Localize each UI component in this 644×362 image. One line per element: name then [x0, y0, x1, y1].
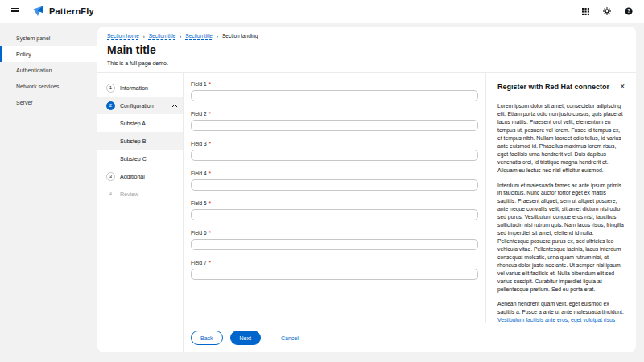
required-asterisk: * [209, 200, 212, 206]
required-asterisk: * [209, 230, 212, 236]
wizard-step-information[interactable]: 1 Information [97, 79, 183, 97]
sidebar-item-system-panel[interactable]: System panel [0, 30, 97, 46]
drawer-body: Lorem ipsum dolor sit amet, consectetur … [497, 102, 625, 323]
field-1-input[interactable] [191, 90, 478, 101]
drawer-title: Register with Red Hat connector [497, 83, 609, 92]
svg-text:?: ? [627, 8, 630, 14]
wizard-step-review: 4 Review [97, 185, 183, 203]
back-button[interactable]: Back [191, 331, 223, 345]
help-question-icon[interactable]: ? [623, 6, 634, 17]
wizard-body: Field 1* Field 2* Field 3* [184, 73, 636, 323]
masthead-utilities: ? [580, 6, 634, 17]
breadcrumb-separator-icon: › [180, 34, 181, 39]
field-4-input[interactable] [191, 179, 478, 191]
drawer-paragraph-3: Aenean hendrerit quam velit, eget euismo… [497, 300, 625, 323]
breadcrumb-separator-icon: › [217, 34, 218, 39]
form-group-field-1: Field 1* [191, 81, 478, 101]
cancel-button[interactable]: Cancel [276, 331, 303, 344]
sidebar-nav: System panel Policy Authentication Netwo… [0, 23, 97, 362]
wizard-footer: Back Next Cancel [184, 323, 636, 352]
field-6-input[interactable] [191, 239, 478, 250]
brand[interactable]: PatternFly [32, 6, 94, 17]
field-2-label: Field 2* [191, 111, 478, 117]
brand-name: PatternFly [49, 6, 94, 16]
sidebar-item-network-services[interactable]: Network services [0, 78, 97, 94]
page-card: Section home › Section title › Section t… [97, 27, 636, 352]
page-title: Main title [107, 43, 626, 56]
settings-gear-icon[interactable] [601, 6, 613, 17]
field-4-label: Field 4* [191, 171, 478, 176]
chevron-up-icon[interactable] [171, 104, 178, 108]
form-group-field-5: Field 5* [191, 200, 478, 220]
patternfly-logo-icon [32, 6, 44, 17]
drawer-paragraph-1: Lorem ipsum dolor sit amet, consectetur … [497, 102, 625, 174]
sidebar-item-authentication[interactable]: Authentication [0, 62, 97, 78]
wizard-substep-c[interactable]: Substep C [97, 150, 183, 167]
breadcrumb-link-section-title-2[interactable]: Section title [185, 33, 213, 39]
field-1-label: Field 1* [191, 81, 478, 87]
required-asterisk: * [209, 81, 212, 87]
step-label: Additional [120, 174, 145, 179]
page-header: Section home › Section title › Section t… [97, 27, 636, 73]
step-number-badge: 1 [106, 84, 115, 93]
required-asterisk: * [209, 260, 212, 265]
field-7-input[interactable] [191, 269, 478, 280]
main-area: Section home › Section title › Section t… [97, 23, 644, 362]
step-number-badge: 4 [106, 190, 115, 199]
breadcrumb-link-section-home[interactable]: Section home [107, 33, 139, 39]
wizard-substep-a[interactable]: Substep A [97, 114, 183, 132]
step-label: Information [120, 85, 148, 91]
close-icon[interactable]: × [615, 83, 625, 91]
wizard-form: Field 1* Field 2* Field 3* [184, 73, 485, 323]
required-asterisk: * [209, 111, 212, 117]
field-5-label: Field 5* [191, 200, 478, 206]
required-asterisk: * [209, 171, 212, 176]
nav-toggle-hamburger-icon[interactable] [8, 4, 23, 19]
form-group-field-3: Field 3* [191, 141, 478, 161]
page-subtitle: This is a full page demo. [107, 60, 626, 66]
breadcrumb-link-section-title-1[interactable]: Section title [149, 33, 176, 39]
field-2-input[interactable] [191, 120, 478, 131]
form-group-field-6: Field 6* [191, 230, 478, 250]
form-group-field-2: Field 2* [191, 111, 478, 131]
wizard-step-additional[interactable]: 3 Additional [97, 167, 183, 185]
breadcrumb: Section home › Section title › Section t… [107, 33, 626, 39]
form-group-field-4: Field 4* [191, 171, 478, 191]
form-group-field-7: Field 7* [191, 260, 478, 280]
wizard-step-configuration[interactable]: 2 Configuration [97, 97, 183, 114]
field-6-label: Field 6* [191, 230, 478, 236]
app-launcher-grid-icon[interactable] [580, 6, 591, 17]
field-3-label: Field 3* [191, 141, 478, 146]
drawer-paragraph-2: Interdum et malesuada fames ac ante ipsu… [497, 182, 625, 294]
required-asterisk: * [209, 141, 212, 146]
breadcrumb-current: Section landing [222, 33, 258, 39]
sidebar-item-server[interactable]: Server [0, 94, 97, 110]
field-3-input[interactable] [191, 150, 478, 161]
field-7-label: Field 7* [191, 260, 478, 265]
wizard-main: Field 1* Field 2* Field 3* [184, 73, 636, 352]
masthead: PatternFly [0, 0, 644, 23]
field-5-input[interactable] [191, 209, 478, 220]
step-number-badge: 3 [106, 172, 115, 181]
step-label: Configuration [120, 103, 154, 109]
drawer-panel: Register with Red Hat connector × Lorem … [485, 73, 636, 323]
step-number-badge: 2 [106, 101, 115, 110]
next-button[interactable]: Next [230, 331, 261, 345]
wizard: 1 Information 2 Configuration Substep A … [97, 73, 636, 352]
wizard-steps-nav: 1 Information 2 Configuration Substep A … [97, 73, 184, 352]
wizard-substep-b[interactable]: Substep B [97, 132, 183, 150]
sidebar-item-policy[interactable]: Policy [0, 46, 97, 62]
vestibulum-inline-link[interactable]: Vestibulum facilisis ante eros, eget vol… [497, 317, 615, 323]
step-label: Review [120, 191, 138, 197]
breadcrumb-separator-icon: › [143, 34, 145, 39]
